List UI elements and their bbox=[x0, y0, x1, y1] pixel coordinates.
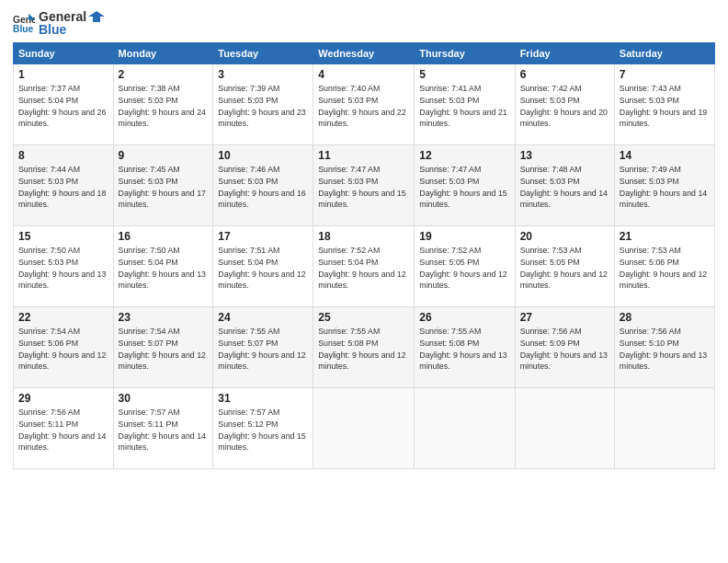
day-number: 5 bbox=[419, 68, 509, 81]
svg-marker-3 bbox=[88, 11, 105, 22]
day-of-week-header: Saturday bbox=[614, 43, 714, 64]
day-info: Sunrise: 7:40 AMSunset: 5:03 PMDaylight:… bbox=[318, 83, 409, 130]
calendar-cell: 25Sunrise: 7:55 AMSunset: 5:08 PMDayligh… bbox=[313, 307, 415, 388]
day-info: Sunrise: 7:51 AMSunset: 5:04 PMDaylight:… bbox=[218, 245, 308, 292]
logo-icon: General Blue bbox=[13, 12, 35, 34]
day-info: Sunrise: 7:55 AMSunset: 5:08 PMDaylight:… bbox=[419, 326, 509, 373]
calendar-cell: 24Sunrise: 7:55 AMSunset: 5:07 PMDayligh… bbox=[213, 307, 313, 388]
day-info: Sunrise: 7:45 AMSunset: 5:03 PMDaylight:… bbox=[119, 164, 209, 211]
day-number: 23 bbox=[119, 311, 209, 324]
day-info: Sunrise: 7:50 AMSunset: 5:03 PMDaylight:… bbox=[18, 245, 108, 292]
day-of-week-header: Tuesday bbox=[213, 43, 313, 64]
day-number: 3 bbox=[218, 68, 308, 81]
day-number: 19 bbox=[419, 230, 509, 243]
calendar-cell: 10Sunrise: 7:46 AMSunset: 5:03 PMDayligh… bbox=[213, 145, 313, 226]
day-of-week-header: Thursday bbox=[415, 43, 515, 64]
day-info: Sunrise: 7:56 AMSunset: 5:09 PMDaylight:… bbox=[520, 326, 609, 373]
calendar-week-row: 15Sunrise: 7:50 AMSunset: 5:03 PMDayligh… bbox=[14, 226, 715, 307]
calendar-cell: 31Sunrise: 7:57 AMSunset: 5:12 PMDayligh… bbox=[213, 388, 313, 469]
day-number: 18 bbox=[318, 230, 409, 243]
day-of-week-header: Sunday bbox=[14, 43, 114, 64]
calendar-cell: 17Sunrise: 7:51 AMSunset: 5:04 PMDayligh… bbox=[213, 226, 313, 307]
day-number: 26 bbox=[419, 311, 509, 324]
day-number: 15 bbox=[18, 230, 108, 243]
day-number: 27 bbox=[520, 311, 609, 324]
day-info: Sunrise: 7:53 AMSunset: 5:05 PMDaylight:… bbox=[520, 245, 609, 292]
day-number: 28 bbox=[620, 311, 710, 324]
calendar-cell: 5Sunrise: 7:41 AMSunset: 5:03 PMDaylight… bbox=[415, 64, 515, 145]
calendar-table: SundayMondayTuesdayWednesdayThursdayFrid… bbox=[13, 42, 715, 469]
day-number: 12 bbox=[419, 149, 509, 162]
calendar-cell: 29Sunrise: 7:56 AMSunset: 5:11 PMDayligh… bbox=[14, 388, 114, 469]
day-info: Sunrise: 7:39 AMSunset: 5:03 PMDaylight:… bbox=[218, 83, 308, 130]
calendar-cell: 13Sunrise: 7:48 AMSunset: 5:03 PMDayligh… bbox=[515, 145, 614, 226]
calendar-cell: 22Sunrise: 7:54 AMSunset: 5:06 PMDayligh… bbox=[14, 307, 114, 388]
calendar-cell bbox=[415, 388, 515, 469]
day-info: Sunrise: 7:44 AMSunset: 5:03 PMDaylight:… bbox=[18, 164, 108, 211]
day-of-week-header: Monday bbox=[113, 43, 213, 64]
day-of-week-header: Friday bbox=[515, 43, 614, 64]
day-info: Sunrise: 7:52 AMSunset: 5:05 PMDaylight:… bbox=[419, 245, 509, 292]
day-number: 2 bbox=[119, 68, 209, 81]
day-info: Sunrise: 7:41 AMSunset: 5:03 PMDaylight:… bbox=[419, 83, 509, 130]
calendar-cell: 23Sunrise: 7:54 AMSunset: 5:07 PMDayligh… bbox=[113, 307, 213, 388]
day-number: 4 bbox=[318, 68, 409, 81]
calendar-cell bbox=[313, 388, 415, 469]
day-number: 25 bbox=[318, 311, 409, 324]
day-info: Sunrise: 7:48 AMSunset: 5:03 PMDaylight:… bbox=[520, 164, 609, 211]
day-info: Sunrise: 7:54 AMSunset: 5:06 PMDaylight:… bbox=[18, 326, 108, 373]
calendar-cell: 9Sunrise: 7:45 AMSunset: 5:03 PMDaylight… bbox=[113, 145, 213, 226]
day-number: 30 bbox=[119, 392, 209, 405]
calendar-cell bbox=[614, 388, 714, 469]
calendar-cell: 7Sunrise: 7:43 AMSunset: 5:03 PMDaylight… bbox=[614, 64, 714, 145]
calendar-cell: 30Sunrise: 7:57 AMSunset: 5:11 PMDayligh… bbox=[113, 388, 213, 469]
day-number: 1 bbox=[18, 68, 108, 81]
calendar-week-row: 22Sunrise: 7:54 AMSunset: 5:06 PMDayligh… bbox=[14, 307, 715, 388]
calendar-cell: 12Sunrise: 7:47 AMSunset: 5:03 PMDayligh… bbox=[415, 145, 515, 226]
day-number: 7 bbox=[620, 68, 710, 81]
calendar-cell: 20Sunrise: 7:53 AMSunset: 5:05 PMDayligh… bbox=[515, 226, 614, 307]
day-number: 31 bbox=[218, 392, 308, 405]
day-number: 11 bbox=[318, 149, 409, 162]
logo: General Blue General Blue bbox=[13, 9, 105, 37]
day-number: 9 bbox=[119, 149, 209, 162]
calendar-cell: 14Sunrise: 7:49 AMSunset: 5:03 PMDayligh… bbox=[614, 145, 714, 226]
day-number: 21 bbox=[620, 230, 710, 243]
logo-bird-icon bbox=[88, 10, 105, 23]
day-info: Sunrise: 7:42 AMSunset: 5:03 PMDaylight:… bbox=[520, 83, 609, 130]
logo-blue: Blue bbox=[39, 22, 66, 37]
calendar-week-row: 1Sunrise: 7:37 AMSunset: 5:04 PMDaylight… bbox=[14, 64, 715, 145]
day-number: 29 bbox=[18, 392, 108, 405]
calendar-cell: 26Sunrise: 7:55 AMSunset: 5:08 PMDayligh… bbox=[415, 307, 515, 388]
day-info: Sunrise: 7:47 AMSunset: 5:03 PMDaylight:… bbox=[419, 164, 509, 211]
calendar-cell: 11Sunrise: 7:47 AMSunset: 5:03 PMDayligh… bbox=[313, 145, 415, 226]
calendar-week-row: 29Sunrise: 7:56 AMSunset: 5:11 PMDayligh… bbox=[14, 388, 715, 469]
day-info: Sunrise: 7:57 AMSunset: 5:11 PMDaylight:… bbox=[119, 407, 209, 454]
calendar-week-row: 8Sunrise: 7:44 AMSunset: 5:03 PMDaylight… bbox=[14, 145, 715, 226]
calendar-cell: 28Sunrise: 7:56 AMSunset: 5:10 PMDayligh… bbox=[614, 307, 714, 388]
calendar-cell: 3Sunrise: 7:39 AMSunset: 5:03 PMDaylight… bbox=[213, 64, 313, 145]
calendar-cell: 6Sunrise: 7:42 AMSunset: 5:03 PMDaylight… bbox=[515, 64, 614, 145]
day-info: Sunrise: 7:56 AMSunset: 5:10 PMDaylight:… bbox=[620, 326, 710, 373]
calendar-cell: 19Sunrise: 7:52 AMSunset: 5:05 PMDayligh… bbox=[415, 226, 515, 307]
day-number: 13 bbox=[520, 149, 609, 162]
day-number: 14 bbox=[620, 149, 710, 162]
day-info: Sunrise: 7:46 AMSunset: 5:03 PMDaylight:… bbox=[218, 164, 308, 211]
calendar-cell: 16Sunrise: 7:50 AMSunset: 5:04 PMDayligh… bbox=[113, 226, 213, 307]
calendar-cell bbox=[515, 388, 614, 469]
day-number: 16 bbox=[119, 230, 209, 243]
calendar-cell: 4Sunrise: 7:40 AMSunset: 5:03 PMDaylight… bbox=[313, 64, 415, 145]
page: General Blue General Blue SundayMondayTu… bbox=[0, 0, 728, 563]
day-number: 22 bbox=[18, 311, 108, 324]
day-info: Sunrise: 7:43 AMSunset: 5:03 PMDaylight:… bbox=[620, 83, 710, 130]
day-info: Sunrise: 7:52 AMSunset: 5:04 PMDaylight:… bbox=[318, 245, 409, 292]
day-info: Sunrise: 7:50 AMSunset: 5:04 PMDaylight:… bbox=[119, 245, 209, 292]
day-info: Sunrise: 7:57 AMSunset: 5:12 PMDaylight:… bbox=[218, 407, 308, 454]
day-info: Sunrise: 7:37 AMSunset: 5:04 PMDaylight:… bbox=[18, 83, 108, 130]
calendar-cell: 2Sunrise: 7:38 AMSunset: 5:03 PMDaylight… bbox=[113, 64, 213, 145]
day-info: Sunrise: 7:53 AMSunset: 5:06 PMDaylight:… bbox=[620, 245, 710, 292]
day-number: 10 bbox=[218, 149, 308, 162]
day-info: Sunrise: 7:55 AMSunset: 5:08 PMDaylight:… bbox=[318, 326, 409, 373]
day-number: 20 bbox=[520, 230, 609, 243]
day-info: Sunrise: 7:55 AMSunset: 5:07 PMDaylight:… bbox=[218, 326, 308, 373]
